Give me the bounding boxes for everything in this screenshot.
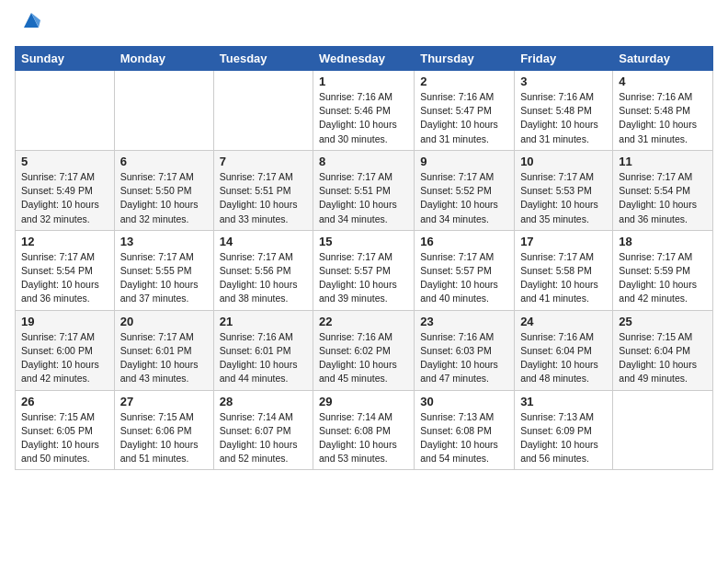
calendar-cell: 30Sunrise: 7:13 AM Sunset: 6:08 PM Dayli… [415,390,515,470]
calendar-cell: 2Sunrise: 7:16 AM Sunset: 5:47 PM Daylig… [415,71,515,151]
day-number: 18 [619,235,707,248]
day-info: Sunrise: 7:16 AM Sunset: 6:04 PM Dayligh… [520,330,607,386]
day-number: 29 [319,395,408,408]
day-number: 23 [420,315,508,328]
day-number: 31 [520,395,607,408]
day-info: Sunrise: 7:17 AM Sunset: 5:52 PM Dayligh… [420,170,508,226]
logo-icon [18,7,44,33]
day-number: 17 [520,235,607,248]
calendar-week-row: 26Sunrise: 7:15 AM Sunset: 6:05 PM Dayli… [16,390,713,470]
day-info: Sunrise: 7:16 AM Sunset: 5:47 PM Dayligh… [420,90,508,146]
day-number: 22 [319,315,408,328]
day-info: Sunrise: 7:15 AM Sunset: 6:05 PM Dayligh… [21,410,108,466]
calendar-day-header: Saturday [613,47,713,71]
calendar-day-header: Monday [114,47,213,71]
header [15,15,713,35]
calendar-cell: 28Sunrise: 7:14 AM Sunset: 6:07 PM Dayli… [213,390,313,470]
day-info: Sunrise: 7:17 AM Sunset: 5:54 PM Dayligh… [21,250,108,306]
day-number: 25 [619,315,707,328]
day-number: 26 [21,395,108,408]
day-info: Sunrise: 7:14 AM Sunset: 6:07 PM Dayligh… [220,410,307,466]
day-number: 14 [220,235,307,248]
calendar-cell: 6Sunrise: 7:17 AM Sunset: 5:50 PM Daylig… [114,150,213,230]
day-number: 12 [21,235,108,248]
day-info: Sunrise: 7:16 AM Sunset: 5:46 PM Dayligh… [319,90,408,146]
day-info: Sunrise: 7:17 AM Sunset: 5:49 PM Dayligh… [21,170,108,226]
calendar-day-header: Sunday [16,47,115,71]
calendar-header-row: SundayMondayTuesdayWednesdayThursdayFrid… [16,47,713,71]
calendar-cell [613,390,713,470]
day-number: 8 [319,155,408,168]
logo [15,15,44,35]
calendar-cell: 3Sunrise: 7:16 AM Sunset: 5:48 PM Daylig… [515,71,613,151]
day-info: Sunrise: 7:15 AM Sunset: 6:04 PM Dayligh… [619,330,707,386]
calendar-cell [213,71,313,151]
day-info: Sunrise: 7:17 AM Sunset: 6:00 PM Dayligh… [21,330,108,386]
calendar-cell: 22Sunrise: 7:16 AM Sunset: 6:02 PM Dayli… [313,310,415,390]
day-number: 2 [420,75,508,88]
calendar-cell [16,71,115,151]
day-info: Sunrise: 7:17 AM Sunset: 5:50 PM Dayligh… [120,170,208,226]
day-info: Sunrise: 7:15 AM Sunset: 6:06 PM Dayligh… [120,410,208,466]
calendar-cell: 21Sunrise: 7:16 AM Sunset: 6:01 PM Dayli… [213,310,313,390]
calendar-cell: 25Sunrise: 7:15 AM Sunset: 6:04 PM Dayli… [613,310,713,390]
day-info: Sunrise: 7:17 AM Sunset: 5:56 PM Dayligh… [220,250,307,306]
day-info: Sunrise: 7:16 AM Sunset: 5:48 PM Dayligh… [520,90,607,146]
calendar-cell: 9Sunrise: 7:17 AM Sunset: 5:52 PM Daylig… [415,150,515,230]
calendar-table: SundayMondayTuesdayWednesdayThursdayFrid… [15,46,713,470]
day-number: 19 [21,315,108,328]
calendar-cell: 8Sunrise: 7:17 AM Sunset: 5:51 PM Daylig… [313,150,415,230]
calendar-day-header: Tuesday [213,47,313,71]
calendar-cell: 26Sunrise: 7:15 AM Sunset: 6:05 PM Dayli… [16,390,115,470]
calendar-cell: 19Sunrise: 7:17 AM Sunset: 6:00 PM Dayli… [16,310,115,390]
calendar-cell: 15Sunrise: 7:17 AM Sunset: 5:57 PM Dayli… [313,230,415,310]
calendar-cell: 7Sunrise: 7:17 AM Sunset: 5:51 PM Daylig… [213,150,313,230]
day-number: 3 [520,75,607,88]
day-info: Sunrise: 7:17 AM Sunset: 5:57 PM Dayligh… [319,250,408,306]
day-info: Sunrise: 7:13 AM Sunset: 6:09 PM Dayligh… [520,410,607,466]
day-number: 16 [420,235,508,248]
calendar-cell: 17Sunrise: 7:17 AM Sunset: 5:58 PM Dayli… [515,230,613,310]
calendar-cell: 27Sunrise: 7:15 AM Sunset: 6:06 PM Dayli… [114,390,213,470]
calendar-cell: 13Sunrise: 7:17 AM Sunset: 5:55 PM Dayli… [114,230,213,310]
day-number: 5 [21,155,108,168]
calendar-cell: 10Sunrise: 7:17 AM Sunset: 5:53 PM Dayli… [515,150,613,230]
calendar-cell: 12Sunrise: 7:17 AM Sunset: 5:54 PM Dayli… [16,230,115,310]
day-info: Sunrise: 7:16 AM Sunset: 6:02 PM Dayligh… [319,330,408,386]
calendar-week-row: 5Sunrise: 7:17 AM Sunset: 5:49 PM Daylig… [16,150,713,230]
day-number: 13 [120,235,208,248]
day-info: Sunrise: 7:17 AM Sunset: 6:01 PM Dayligh… [120,330,208,386]
day-number: 9 [420,155,508,168]
calendar-cell: 4Sunrise: 7:16 AM Sunset: 5:48 PM Daylig… [613,71,713,151]
calendar-cell: 11Sunrise: 7:17 AM Sunset: 5:54 PM Dayli… [613,150,713,230]
calendar-week-row: 12Sunrise: 7:17 AM Sunset: 5:54 PM Dayli… [16,230,713,310]
calendar-day-header: Wednesday [313,47,415,71]
calendar-cell: 14Sunrise: 7:17 AM Sunset: 5:56 PM Dayli… [213,230,313,310]
calendar-cell: 1Sunrise: 7:16 AM Sunset: 5:46 PM Daylig… [313,71,415,151]
day-info: Sunrise: 7:14 AM Sunset: 6:08 PM Dayligh… [319,410,408,466]
day-number: 4 [619,75,707,88]
day-info: Sunrise: 7:16 AM Sunset: 5:48 PM Dayligh… [619,90,707,146]
day-number: 28 [220,395,307,408]
calendar-cell [114,71,213,151]
day-info: Sunrise: 7:17 AM Sunset: 5:57 PM Dayligh… [420,250,508,306]
day-number: 30 [420,395,508,408]
day-number: 15 [319,235,408,248]
calendar-cell: 31Sunrise: 7:13 AM Sunset: 6:09 PM Dayli… [515,390,613,470]
day-info: Sunrise: 7:16 AM Sunset: 6:01 PM Dayligh… [220,330,307,386]
day-info: Sunrise: 7:13 AM Sunset: 6:08 PM Dayligh… [420,410,508,466]
calendar-cell: 23Sunrise: 7:16 AM Sunset: 6:03 PM Dayli… [415,310,515,390]
day-number: 21 [220,315,307,328]
calendar-cell: 20Sunrise: 7:17 AM Sunset: 6:01 PM Dayli… [114,310,213,390]
day-number: 27 [120,395,208,408]
calendar-cell: 16Sunrise: 7:17 AM Sunset: 5:57 PM Dayli… [415,230,515,310]
day-number: 20 [120,315,208,328]
day-number: 24 [520,315,607,328]
day-info: Sunrise: 7:17 AM Sunset: 5:51 PM Dayligh… [319,170,408,226]
day-info: Sunrise: 7:17 AM Sunset: 5:59 PM Dayligh… [619,250,707,306]
day-number: 11 [619,155,707,168]
calendar-cell: 24Sunrise: 7:16 AM Sunset: 6:04 PM Dayli… [515,310,613,390]
day-info: Sunrise: 7:17 AM Sunset: 5:54 PM Dayligh… [619,170,707,226]
calendar-week-row: 1Sunrise: 7:16 AM Sunset: 5:46 PM Daylig… [16,71,713,151]
day-number: 7 [220,155,307,168]
